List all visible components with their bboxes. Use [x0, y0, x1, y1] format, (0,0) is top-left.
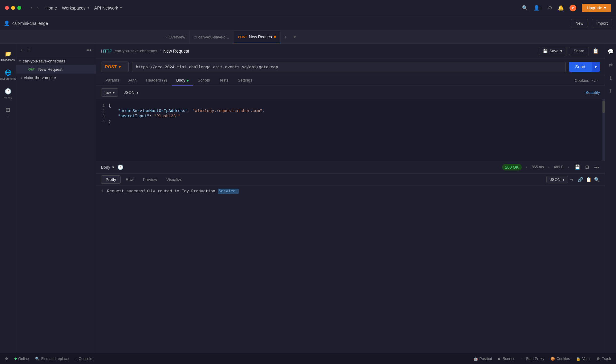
new-button[interactable]: New — [571, 19, 588, 27]
save-button[interactable]: 💾 Save ▾ — [539, 47, 567, 55]
statusbar: ⚙ Online 🔍 Find and replace □ Console 🤖 … — [0, 353, 616, 364]
statusbar-start-proxy[interactable]: ↔ Start Proxy — [521, 357, 544, 361]
tab-more-button[interactable]: ▾ — [291, 31, 299, 43]
add-user-icon[interactable]: 👤+ — [533, 5, 542, 11]
resp-json-label: JSON — [550, 177, 561, 182]
home-link[interactable]: Home — [46, 6, 57, 10]
save-response-icon[interactable]: 💾 — [573, 163, 581, 171]
collections-icon: 📁 — [5, 50, 11, 57]
code-button[interactable]: </> — [590, 77, 600, 84]
nav-buttons: ‹ › — [29, 4, 41, 12]
more-response-icon[interactable]: ••• — [593, 164, 600, 171]
sidebar-item-history[interactable]: 🕐 History — [1, 85, 15, 102]
copy-link-icon[interactable]: 🔗 — [578, 177, 583, 182]
user-info[interactable]: 👤 csit-mini-challenge — [4, 20, 48, 26]
json-select[interactable]: JSON ▾ — [121, 89, 142, 96]
share-button[interactable]: Share — [569, 47, 589, 55]
wrap-text-icon[interactable]: ⊞ — [584, 163, 590, 171]
json-label: JSON — [124, 90, 135, 95]
collection-name: can-you-save-christmas — [23, 59, 65, 63]
tab-add-button[interactable]: + — [281, 31, 291, 43]
resp-tab-raw[interactable]: Raw — [121, 176, 138, 183]
resp-tab-preview[interactable]: Preview — [139, 176, 161, 183]
font-icon[interactable]: T — [608, 87, 614, 95]
json-chevron-icon: ▾ — [136, 90, 139, 95]
resp-json-select[interactable]: JSON ▾ — [546, 176, 568, 183]
statusbar-find-replace[interactable]: 🔍 Find and replace — [35, 357, 69, 361]
breadcrumb-collection[interactable]: can-you-save-christmas — [115, 49, 157, 53]
tab-settings[interactable]: Settings — [233, 75, 257, 86]
more-options-button[interactable]: ••• — [85, 46, 93, 54]
method-label: POST — [105, 64, 117, 69]
settings-icon[interactable]: ⚙ — [548, 5, 552, 11]
sub-collection-victor[interactable]: › victor-the-vampire — [16, 74, 96, 82]
search-icon[interactable]: 🔍 — [522, 5, 528, 11]
workspaces-menu[interactable]: Workspaces ▾ — [62, 6, 89, 10]
statusbar-console[interactable]: □ Console — [75, 357, 92, 361]
sidebar-item-environments[interactable]: 🌐 Environments — [1, 66, 15, 84]
tab-params[interactable]: Params — [101, 75, 124, 86]
copy-icon[interactable]: 📋 — [586, 177, 592, 182]
nav-back-button[interactable]: ‹ — [29, 4, 34, 12]
send-button-container: Send ▾ — [569, 62, 600, 72]
filter-button[interactable]: ≡ — [26, 46, 31, 54]
sidebar-item-apps[interactable]: ⊞ + — [1, 103, 15, 121]
method-select[interactable]: POST ▾ — [101, 62, 129, 72]
statusbar-settings[interactable]: ⚙ — [5, 357, 8, 361]
tab-collection[interactable]: □ can-you-save-c... — [190, 31, 233, 43]
tab-headers[interactable]: Headers (9) — [142, 75, 172, 86]
comment-icon[interactable]: 💬 — [606, 47, 615, 56]
tab-auth[interactable]: Auth — [124, 75, 141, 86]
window-controls — [5, 6, 21, 10]
sidebar-item-collections[interactable]: 📁 Collections — [1, 47, 15, 65]
api-network-menu[interactable]: API Network ▾ — [94, 6, 122, 10]
maximize-window-button[interactable] — [17, 6, 21, 10]
tab-overview[interactable]: ○ Overview — [160, 31, 190, 43]
url-input[interactable] — [132, 62, 566, 72]
tab-scripts[interactable]: Scripts — [193, 75, 214, 86]
filter-response-icon[interactable]: ⇒ — [569, 176, 574, 183]
request-item-new[interactable]: GET New Request — [16, 65, 96, 74]
method-get-badge: GET — [27, 67, 36, 71]
expand-icon[interactable]: ⇄ — [607, 61, 614, 69]
editor-scrollbar[interactable] — [602, 99, 605, 161]
send-button[interactable]: Send — [569, 62, 591, 72]
resp-tab-visualize[interactable]: Visualize — [162, 176, 187, 183]
statusbar-online[interactable]: Online — [14, 357, 29, 361]
upgrade-button[interactable]: Upgrade ▾ — [582, 4, 611, 12]
statusbar-trash[interactable]: 🗑 Trash — [597, 357, 611, 361]
statusbar-postbot[interactable]: 🤖 Postbot — [473, 357, 492, 361]
notifications-icon[interactable]: 🔔 — [558, 5, 564, 11]
response-history-icon[interactable]: 🕐 — [117, 164, 124, 170]
resp-tab-pretty[interactable]: Pretty — [101, 175, 121, 184]
beautify-button[interactable]: Beautify — [586, 90, 600, 95]
user-icon: 👤 — [4, 20, 10, 26]
close-window-button[interactable] — [5, 6, 9, 10]
proxy-icon: ↔ — [521, 357, 525, 361]
code-editor[interactable]: 1 { 2 "orderServiceHostOrIpAddress": "al… — [96, 99, 605, 161]
tab-method-badge: POST — [238, 35, 247, 39]
add-collection-button[interactable]: + — [19, 46, 24, 54]
tab-tests[interactable]: Tests — [215, 75, 233, 86]
response-body-select[interactable]: Body ▾ — [101, 165, 114, 170]
search-response-icon[interactable]: 🔍 — [594, 177, 600, 182]
send-dropdown-button[interactable]: ▾ — [591, 62, 600, 72]
statusbar-vault[interactable]: 🔒 Vault — [576, 357, 590, 361]
info-icon[interactable]: ℹ — [609, 74, 613, 82]
main-content: HTTP can-you-save-christmas / New Reques… — [96, 44, 605, 353]
minimize-window-button[interactable] — [11, 6, 15, 10]
cookies-link[interactable]: Cookies — [575, 78, 589, 83]
notes-icon[interactable]: 📋 — [591, 47, 600, 55]
statusbar-runner[interactable]: ▶ Runner — [498, 357, 514, 361]
raw-select[interactable]: raw ▾ — [101, 88, 118, 97]
runner-icon: ▶ — [498, 357, 501, 361]
statusbar-cookies[interactable]: 🍪 Cookies — [550, 357, 570, 361]
raw-label: raw — [104, 90, 111, 95]
tab-request[interactable]: POST New Reques — [233, 31, 280, 43]
nav-forward-button[interactable]: › — [35, 4, 40, 12]
tab-body[interactable]: Body — [172, 75, 193, 86]
editor-scrollbar-thumb[interactable] — [602, 101, 605, 113]
import-button[interactable]: Import — [592, 19, 612, 27]
collection-item-main[interactable]: ▾ can-you-save-christmas — [16, 57, 96, 65]
tab-request-label: New Reques — [249, 34, 272, 39]
